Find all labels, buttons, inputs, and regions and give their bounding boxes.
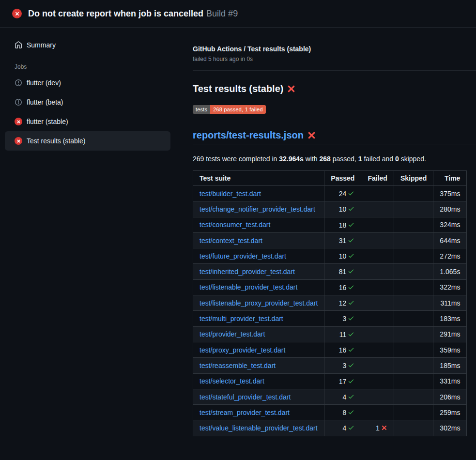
- test-suite-link[interactable]: test/provider_test.dart: [200, 330, 265, 338]
- tests-badge: tests 268 passed, 1 failed: [193, 105, 266, 114]
- time-cell: 331ms: [433, 373, 467, 389]
- failed-cell: [361, 279, 394, 295]
- passed-cell: 4: [324, 420, 361, 436]
- time-cell: 280ms: [433, 201, 467, 217]
- skipped-cell: [394, 311, 433, 326]
- page-title: Do not create report when job is cancell…: [28, 9, 238, 19]
- skipped-cell: [394, 264, 433, 279]
- sidebar-item-flutter-dev[interactable]: flutter (dev): [5, 73, 170, 92]
- passed-cell: 24: [324, 186, 361, 201]
- table-row: test/reassemble_test.dart3185ms: [193, 358, 467, 373]
- passed-cell: 12: [324, 295, 361, 311]
- x-circle-icon: [15, 118, 22, 125]
- check-icon: [348, 205, 354, 212]
- skipped-cell: [394, 248, 433, 264]
- passed-cell: 10: [324, 201, 361, 217]
- check-icon: [348, 346, 354, 353]
- test-suite-link[interactable]: test/selector_test.dart: [200, 377, 264, 385]
- time-cell: 185ms: [433, 358, 467, 373]
- time-cell: 206ms: [433, 389, 467, 404]
- results-table-body: test/builder_test.dart24375mstest/change…: [193, 186, 467, 436]
- passed-count: 268: [320, 155, 331, 163]
- suite-cell: test/value_listenable_provider_test.dart: [193, 420, 324, 436]
- divider: [193, 70, 476, 71]
- suite-cell: test/listenable_proxy_provider_test.dart: [193, 295, 324, 311]
- failed-cell: [361, 358, 394, 373]
- check-icon: [348, 315, 354, 322]
- table-row: test/multi_provider_test.dart3183ms: [193, 311, 467, 326]
- table-row: test/listenable_proxy_provider_test.dart…: [193, 295, 467, 311]
- results-table: Test suitePassedFailedSkippedTime test/b…: [193, 170, 467, 436]
- failed-cell: [361, 186, 394, 201]
- passed-cell: 81: [324, 264, 361, 279]
- failed-cell: [361, 232, 394, 248]
- test-suite-link[interactable]: test/stateful_provider_test.dart: [200, 393, 291, 401]
- sidebar-item-summary[interactable]: Summary: [5, 35, 170, 55]
- sidebar: Summary Jobs flutter (dev) flut: [0, 28, 179, 460]
- breadcrumb: GitHub Actions / Test results (stable): [193, 45, 476, 53]
- test-suite-link[interactable]: test/change_notifier_provider_test.dart: [200, 205, 315, 213]
- failed-cell: [361, 342, 394, 357]
- passed-cell: 16: [324, 279, 361, 295]
- alert-circle-icon: [15, 79, 22, 87]
- time-cell: 375ms: [433, 186, 467, 201]
- test-suite-link[interactable]: test/inherited_provider_test.dart: [200, 268, 295, 276]
- x-circle-icon: [15, 137, 22, 145]
- passed-cell: 3: [324, 358, 361, 373]
- test-suite-link[interactable]: test/builder_test.dart: [200, 190, 261, 198]
- test-suite-link[interactable]: test/listenable_provider_test.dart: [200, 283, 297, 291]
- build-number: Build #9: [206, 9, 238, 18]
- time-cell: 322ms: [433, 279, 467, 295]
- test-suite-link[interactable]: test/listenable_proxy_provider_test.dart: [200, 299, 318, 307]
- check-icon: [348, 393, 354, 400]
- test-suite-link[interactable]: test/proxy_provider_test.dart: [200, 346, 285, 354]
- sidebar-item-test-results-stable[interactable]: Test results (stable): [5, 131, 170, 151]
- suite-cell: test/change_notifier_provider_test.dart: [193, 201, 324, 217]
- time-cell: 183ms: [433, 311, 467, 326]
- test-suite-link[interactable]: test/multi_provider_test.dart: [200, 315, 283, 322]
- time-cell: 302ms: [433, 420, 467, 436]
- alert-circle-icon: [15, 98, 22, 106]
- test-suite-link[interactable]: test/future_provider_test.dart: [200, 252, 286, 260]
- time-cell: 311ms: [433, 295, 467, 311]
- check-title-text: Test results (stable): [193, 83, 283, 94]
- main-content: GitHub Actions / Test results (stable) f…: [179, 28, 476, 460]
- test-suite-link[interactable]: test/stream_provider_test.dart: [200, 409, 290, 416]
- table-row: test/proxy_provider_test.dart16359ms: [193, 342, 467, 357]
- badge-value: 268 passed, 1 failed: [210, 105, 265, 114]
- failed-cell: [361, 326, 394, 342]
- failed-count: 1: [358, 155, 362, 163]
- results-table-head-row: Test suitePassedFailedSkippedTime: [193, 171, 467, 186]
- home-icon: [15, 41, 22, 49]
- sidebar-item-label: flutter (dev): [27, 79, 61, 87]
- report-link[interactable]: reports/test-results.json: [193, 130, 304, 141]
- suite-cell: test/reassemble_test.dart: [193, 358, 324, 373]
- x-icon: [381, 425, 387, 431]
- test-suite-link[interactable]: test/reassemble_test.dart: [200, 362, 276, 369]
- check-icon: [348, 362, 354, 368]
- summary-line: 269 tests were completed in 32.964s with…: [193, 155, 476, 163]
- test-suite-link[interactable]: test/context_test.dart: [200, 237, 262, 245]
- skipped-cell: [394, 217, 433, 232]
- passed-cell: 31: [324, 232, 361, 248]
- failed-cell: 1: [361, 420, 394, 436]
- passed-cell: 18: [324, 217, 361, 232]
- table-row: test/provider_test.dart11291ms: [193, 326, 467, 342]
- suite-cell: test/selector_test.dart: [193, 373, 324, 389]
- check-icon: [348, 190, 354, 197]
- failed-cell: [361, 201, 394, 217]
- test-suite-link[interactable]: test/consumer_test.dart: [200, 221, 270, 229]
- check-icon: [348, 299, 354, 306]
- suite-cell: test/future_provider_test.dart: [193, 248, 324, 264]
- sidebar-item-flutter-beta[interactable]: flutter (beta): [5, 92, 170, 112]
- test-suite-link[interactable]: test/value_listenable_provider_test.dart: [200, 424, 318, 432]
- table-row: test/future_provider_test.dart10272ms: [193, 248, 467, 264]
- run-status-text: failed 5 hours ago in 0s: [193, 56, 476, 62]
- page-header: Do not create report when job is cancell…: [0, 0, 476, 28]
- sidebar-item-flutter-stable[interactable]: flutter (stable): [5, 112, 170, 131]
- skipped-cell: [394, 373, 433, 389]
- table-row: test/listenable_provider_test.dart16322m…: [193, 279, 467, 295]
- column-header: Failed: [361, 171, 394, 186]
- jobs-section-label: Jobs: [15, 63, 170, 70]
- skipped-cell: [394, 342, 433, 357]
